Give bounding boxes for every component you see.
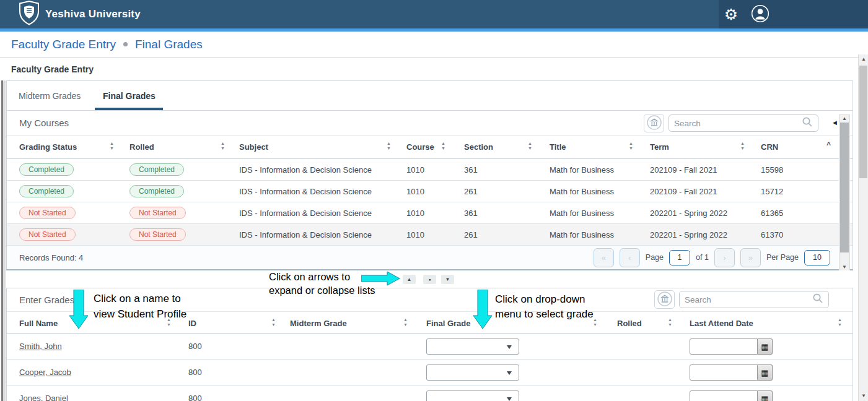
sort-midterm-grade-icon[interactable]: ▲▼	[403, 317, 408, 327]
col-title: Title	[550, 142, 566, 152]
next-page-button[interactable]: ›	[714, 248, 735, 267]
breadcrumb-final-grades[interactable]: Final Grades	[135, 38, 203, 51]
page-number-input[interactable]	[669, 250, 690, 265]
page-scroll-down-icon[interactable]: ▼	[859, 393, 868, 399]
brand-name: Yeshiva University	[45, 8, 141, 20]
col-subject: Subject	[239, 142, 268, 152]
my-courses-card: Midterm Grades Final Grades My Courses	[6, 80, 853, 270]
final-grade-dropdown[interactable]	[426, 364, 519, 381]
top-navbar: Yeshiva University ⚙	[0, 0, 868, 28]
courses-search-box	[669, 114, 818, 132]
sort-last-attend-date-icon[interactable]: ▲▼	[838, 317, 842, 327]
scrollbar-up-icon[interactable]: ▲	[840, 116, 849, 121]
last-attend-date-input[interactable]	[690, 338, 758, 355]
title-cell: Math for Business	[550, 165, 614, 175]
courses-table-scrollbar[interactable]: ▲ ▼	[839, 114, 850, 271]
sort-id-icon[interactable]: ▲▼	[271, 317, 276, 327]
courses-search-input[interactable]	[674, 119, 802, 128]
brand: Yeshiva University	[19, 2, 141, 27]
sort-rolled-icon[interactable]: ▲▼	[221, 141, 225, 151]
sort-course-icon[interactable]: ▲▼	[441, 141, 445, 151]
final-grade-dropdown[interactable]	[426, 338, 519, 355]
resize-handle-dot-icon[interactable]: ●	[423, 275, 436, 284]
last-attend-date-field: ▦	[690, 390, 773, 401]
col-rolled: Rolled	[617, 319, 642, 328]
tab-final-grades[interactable]: Final Grades	[103, 81, 156, 110]
rolled-badge: Not Started	[129, 228, 186, 241]
sort-subject-icon[interactable]: ▲▼	[387, 141, 391, 151]
expand-list-up-icon[interactable]: ▲	[403, 275, 416, 284]
title-cell: Math for Business	[550, 187, 614, 196]
subject-cell: IDS - Information & Decision Science	[239, 187, 372, 196]
collapse-list-down-icon[interactable]: ▼	[441, 275, 454, 284]
previous-page-button[interactable]: ‹	[620, 248, 640, 267]
sort-section-icon[interactable]: ▲▼	[528, 141, 532, 151]
collapse-panel-left-icon[interactable]: ◄	[831, 119, 838, 126]
student-name-link[interactable]: Cooper, Jacob	[19, 368, 71, 377]
breadcrumb: Faculty Grade Entry Final Grades	[0, 32, 868, 58]
annotation-student-profile: Click on a name to view Student Profile	[94, 291, 186, 322]
tab-midterm-grades[interactable]: Midterm Grades	[19, 81, 81, 110]
sort-term-icon[interactable]: ▲▼	[740, 141, 745, 151]
per-page-label: Per Page	[766, 253, 799, 262]
crn-cell: 61365	[761, 209, 783, 218]
university-shield-logo-icon	[19, 1, 40, 28]
grades-tools-button[interactable]	[654, 290, 675, 309]
profile-button[interactable]	[750, 5, 771, 24]
course-cell: 1010	[406, 230, 424, 239]
of-pages-label: of 1	[696, 253, 709, 262]
last-attend-date-input[interactable]	[690, 364, 758, 381]
last-attend-date-input[interactable]	[690, 390, 758, 401]
calendar-icon[interactable]: ▦	[758, 338, 773, 355]
col-full-name: Full Name	[19, 319, 58, 328]
settings-gear-button[interactable]: ⚙	[721, 5, 742, 24]
course-cell: 1010	[406, 209, 424, 218]
term-cell: 202109 - Fall 2021	[650, 165, 717, 175]
grading-status-badge: Completed	[19, 185, 74, 197]
grading-status-badge: Completed	[19, 163, 74, 176]
term-cell: 202109 - Fall 2021	[650, 187, 717, 196]
final-grade-dropdown[interactable]	[426, 390, 519, 401]
grading-status-badge: Not Started	[19, 228, 76, 241]
per-page-input[interactable]	[804, 250, 830, 265]
student-id-cell: 800	[188, 342, 202, 351]
col-final-grade: Final Grade	[426, 319, 471, 328]
page-scroll-up-icon[interactable]: ▲	[859, 56, 868, 62]
sort-grading-status-icon[interactable]: ▲▼	[110, 141, 114, 151]
course-row-1[interactable]: Completed Completed IDS - Information & …	[7, 159, 853, 181]
scrollbar-down-icon[interactable]: ▼	[840, 264, 849, 270]
sort-crn-ascending-icon[interactable]: ^	[826, 140, 831, 149]
page-scrollbar-thumb[interactable]	[859, 66, 867, 178]
student-name-link[interactable]: Smith, John	[19, 342, 62, 351]
subject-cell: IDS - Information & Decision Science	[239, 209, 372, 218]
calendar-icon[interactable]: ▦	[758, 390, 773, 401]
course-row-3[interactable]: Not Started Not Started IDS - Informatio…	[7, 202, 853, 224]
gear-icon: ⚙	[724, 7, 738, 22]
institution-icon	[657, 291, 673, 309]
page-scrollbar[interactable]: ▲ ▼	[858, 54, 868, 401]
course-row-4[interactable]: Not Started Not Started IDS - Informatio…	[7, 224, 853, 246]
annotation-dropdown-grade: Click on drop-down menu to select grade	[495, 292, 594, 322]
student-name-link[interactable]: Jones, Daniel	[19, 394, 68, 401]
calendar-icon[interactable]: ▦	[758, 364, 773, 381]
courses-tools-button[interactable]	[644, 114, 664, 132]
sort-title-icon[interactable]: ▲▼	[629, 141, 633, 151]
col-crn: CRN	[761, 142, 778, 152]
first-page-button[interactable]: «	[594, 248, 614, 267]
grades-search-input[interactable]	[685, 295, 812, 304]
my-courses-toolbar: My Courses	[7, 111, 853, 136]
section-cell: 261	[464, 187, 478, 196]
sort-final-grade-icon[interactable]: ▲▼	[593, 317, 597, 327]
annotation-expand-collapse: Click on arrows to expand or collapse li…	[269, 270, 375, 297]
section-cell: 361	[464, 165, 478, 175]
breadcrumb-faculty-grade-entry[interactable]: Faculty Grade Entry	[11, 38, 116, 51]
title-cell: Math for Business	[550, 230, 614, 239]
col-section: Section	[464, 142, 493, 152]
title-cell: Math for Business	[550, 209, 614, 218]
cyan-down-arrow-icon	[68, 290, 89, 332]
courses-scrollbar-thumb[interactable]	[840, 123, 849, 252]
sort-rolled-icon[interactable]: ▲▼	[668, 317, 672, 327]
last-page-button[interactable]: »	[740, 248, 761, 267]
course-row-2[interactable]: Completed Completed IDS - Information & …	[7, 181, 853, 202]
breadcrumb-separator-dot	[123, 42, 128, 46]
